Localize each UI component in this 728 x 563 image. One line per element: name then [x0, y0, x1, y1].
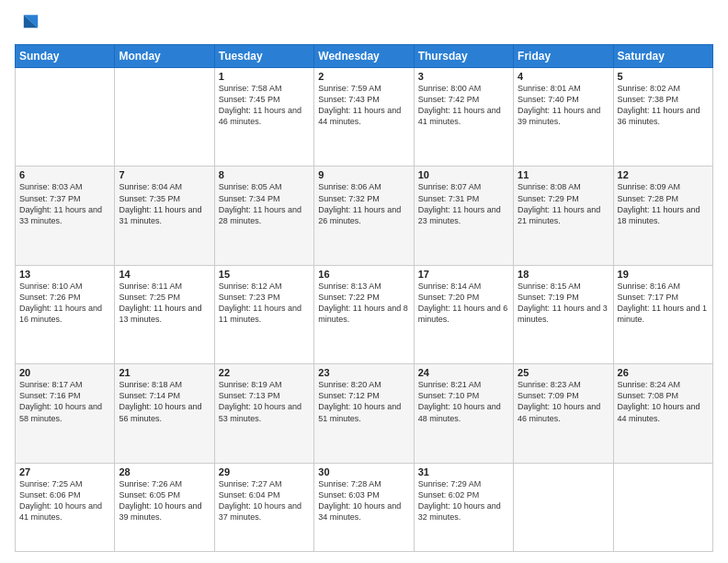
calendar-header-row: SundayMondayTuesdayWednesdayThursdayFrid…	[16, 45, 713, 68]
cell-info: Daylight: 10 hours and 58 minutes.	[19, 401, 110, 423]
cell-info: Sunrise: 8:09 AM	[618, 181, 709, 192]
calendar-cell: 22Sunrise: 8:19 AMSunset: 7:13 PMDayligh…	[214, 364, 313, 463]
cell-info: Sunset: 7:37 PM	[19, 193, 110, 204]
cell-info: Sunset: 7:08 PM	[618, 390, 709, 401]
cell-info: Sunrise: 8:18 AM	[119, 379, 210, 390]
day-number: 2	[318, 71, 409, 82]
calendar-cell: 31Sunrise: 7:29 AMSunset: 6:02 PMDayligh…	[414, 463, 513, 551]
day-number: 4	[518, 71, 609, 82]
page: SundayMondayTuesdayWednesdayThursdayFrid…	[0, 0, 728, 563]
calendar-cell	[613, 463, 712, 551]
day-number: 8	[219, 169, 310, 180]
day-number: 29	[219, 466, 310, 477]
calendar-cell: 9Sunrise: 8:06 AMSunset: 7:32 PMDaylight…	[314, 167, 414, 265]
calendar-cell: 21Sunrise: 8:18 AMSunset: 7:14 PMDayligh…	[115, 364, 214, 463]
cell-info: Sunrise: 8:20 AM	[318, 379, 409, 390]
cell-info: Daylight: 11 hours and 6 minutes.	[418, 303, 509, 325]
cell-info: Sunset: 7:17 PM	[618, 292, 709, 303]
day-number: 27	[19, 466, 110, 477]
calendar-cell: 14Sunrise: 8:11 AMSunset: 7:25 PMDayligh…	[115, 265, 214, 363]
cell-info: Daylight: 10 hours and 48 minutes.	[418, 401, 509, 423]
cell-info: Sunrise: 8:06 AM	[318, 181, 409, 192]
cell-info: Daylight: 10 hours and 39 minutes.	[119, 500, 210, 523]
calendar-table: SundayMondayTuesdayWednesdayThursdayFrid…	[15, 44, 713, 552]
cell-info: Daylight: 11 hours and 21 minutes.	[518, 204, 609, 226]
cell-info: Sunset: 7:32 PM	[318, 193, 409, 204]
cell-info: Sunset: 7:13 PM	[219, 390, 310, 401]
calendar-cell: 24Sunrise: 8:21 AMSunset: 7:10 PMDayligh…	[414, 364, 513, 463]
day-number: 12	[618, 169, 709, 180]
cell-info: Sunrise: 7:58 AM	[219, 83, 310, 94]
calendar-cell: 5Sunrise: 8:02 AMSunset: 7:38 PMDaylight…	[613, 68, 712, 167]
calendar-cell: 13Sunrise: 8:10 AMSunset: 7:26 PMDayligh…	[16, 265, 115, 363]
cell-info: Daylight: 11 hours and 11 minutes.	[219, 303, 310, 325]
cell-info: Daylight: 10 hours and 56 minutes.	[119, 401, 210, 423]
calendar-cell	[514, 463, 613, 551]
day-number: 28	[119, 466, 210, 477]
calendar-cell: 8Sunrise: 8:05 AMSunset: 7:34 PMDaylight…	[214, 167, 313, 265]
cell-info: Sunrise: 8:00 AM	[418, 83, 509, 94]
cell-info: Daylight: 11 hours and 31 minutes.	[119, 204, 210, 226]
day-number: 6	[19, 169, 110, 180]
cell-info: Daylight: 11 hours and 23 minutes.	[418, 204, 509, 226]
cell-info: Sunset: 6:04 PM	[219, 489, 310, 500]
day-number: 14	[119, 269, 210, 280]
calendar-cell: 29Sunrise: 7:27 AMSunset: 6:04 PMDayligh…	[214, 463, 313, 551]
day-number: 16	[318, 269, 409, 280]
cell-info: Daylight: 10 hours and 51 minutes.	[318, 401, 409, 423]
day-number: 22	[219, 367, 310, 378]
day-number: 21	[119, 367, 210, 378]
calendar-cell: 10Sunrise: 8:07 AMSunset: 7:31 PMDayligh…	[414, 167, 513, 265]
cell-info: Sunrise: 8:13 AM	[318, 281, 409, 292]
cell-info: Sunset: 6:03 PM	[318, 489, 409, 500]
cell-info: Sunrise: 8:11 AM	[119, 281, 210, 292]
cell-info: Sunset: 6:02 PM	[418, 489, 509, 500]
calendar-cell: 18Sunrise: 8:15 AMSunset: 7:19 PMDayligh…	[514, 265, 613, 363]
cell-info: Daylight: 11 hours and 13 minutes.	[119, 303, 210, 325]
cell-info: Sunset: 7:45 PM	[219, 94, 310, 105]
cell-info: Sunrise: 8:12 AM	[219, 281, 310, 292]
cell-info: Daylight: 11 hours and 1 minute.	[618, 303, 709, 325]
cell-info: Sunset: 7:35 PM	[119, 193, 210, 204]
calendar-week-row: 20Sunrise: 8:17 AMSunset: 7:16 PMDayligh…	[16, 364, 713, 463]
day-number: 23	[318, 367, 409, 378]
cell-info: Sunset: 7:31 PM	[418, 193, 509, 204]
cell-info: Sunrise: 8:17 AM	[19, 379, 110, 390]
cell-info: Sunrise: 8:14 AM	[418, 281, 509, 292]
calendar-cell: 1Sunrise: 7:58 AMSunset: 7:45 PMDaylight…	[214, 68, 313, 167]
cell-info: Sunrise: 8:19 AM	[219, 379, 310, 390]
cell-info: Sunrise: 8:16 AM	[618, 281, 709, 292]
day-number: 13	[19, 269, 110, 280]
day-number: 26	[618, 367, 709, 378]
cell-info: Sunset: 7:12 PM	[318, 390, 409, 401]
day-of-week-header: Friday	[514, 45, 613, 68]
cell-info: Daylight: 11 hours and 16 minutes.	[19, 303, 110, 325]
cell-info: Sunset: 7:26 PM	[19, 292, 110, 303]
day-number: 25	[518, 367, 609, 378]
cell-info: Sunrise: 7:59 AM	[318, 83, 409, 94]
day-number: 3	[418, 71, 509, 82]
calendar-week-row: 27Sunrise: 7:25 AMSunset: 6:06 PMDayligh…	[16, 463, 713, 551]
calendar-cell: 16Sunrise: 8:13 AMSunset: 7:22 PMDayligh…	[314, 265, 414, 363]
calendar-cell	[115, 68, 214, 167]
cell-info: Sunset: 7:22 PM	[318, 292, 409, 303]
day-number: 18	[518, 269, 609, 280]
day-number: 24	[418, 367, 509, 378]
cell-info: Sunset: 7:43 PM	[318, 94, 409, 105]
cell-info: Daylight: 10 hours and 44 minutes.	[618, 401, 709, 423]
calendar-cell: 11Sunrise: 8:08 AMSunset: 7:29 PMDayligh…	[514, 167, 613, 265]
calendar-cell: 7Sunrise: 8:04 AMSunset: 7:35 PMDaylight…	[115, 167, 214, 265]
cell-info: Daylight: 11 hours and 18 minutes.	[618, 204, 709, 226]
calendar-cell: 15Sunrise: 8:12 AMSunset: 7:23 PMDayligh…	[214, 265, 313, 363]
day-number: 31	[418, 466, 509, 477]
cell-info: Sunset: 6:05 PM	[119, 489, 210, 500]
day-number: 19	[618, 269, 709, 280]
cell-info: Sunset: 7:16 PM	[19, 390, 110, 401]
day-number: 15	[219, 269, 310, 280]
cell-info: Sunrise: 7:25 AM	[19, 478, 110, 489]
day-number: 9	[318, 169, 409, 180]
calendar-cell	[16, 68, 115, 167]
logo	[15, 11, 44, 37]
cell-info: Daylight: 11 hours and 33 minutes.	[19, 204, 110, 226]
cell-info: Daylight: 11 hours and 8 minutes.	[318, 303, 409, 325]
